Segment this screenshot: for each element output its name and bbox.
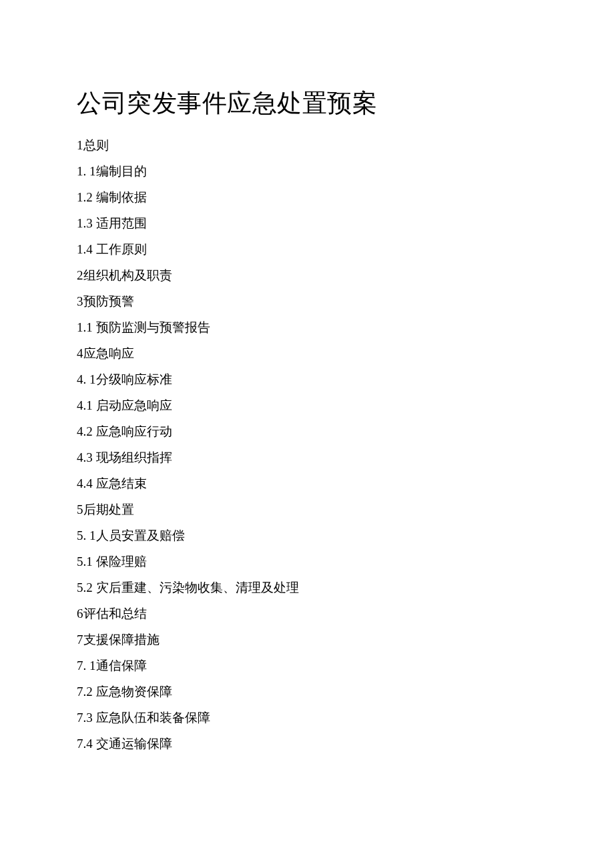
toc-entry: 7.3 应急队伍和装备保障 [77, 705, 537, 731]
toc-entry: 4. 1分级响应标准 [77, 366, 537, 392]
toc-entry: 5.2 灾后重建、污染物收集、清理及处理 [77, 574, 537, 600]
toc-entry: 6评估和总结 [77, 600, 537, 626]
toc-entry: 7.2 应急物资保障 [77, 679, 537, 705]
toc-entry: 4.4 应急结束 [77, 470, 537, 496]
toc-entry: 1.2 编制依据 [77, 184, 537, 210]
toc-entry: 1.3 适用范围 [77, 210, 537, 236]
toc-entry: 7. 1通信保障 [77, 653, 537, 679]
toc-entry: 4应急响应 [77, 340, 537, 366]
toc-entry: 4.1 启动应急响应 [77, 392, 537, 418]
toc-entry: 5. 1人员安置及赔偿 [77, 522, 537, 548]
toc-entry: 2组织机构及职责 [77, 262, 537, 288]
toc-entry: 7.4 交通运输保障 [77, 731, 537, 757]
toc-entry: 7支援保障措施 [77, 626, 537, 653]
toc-entry: 5后期处置 [77, 496, 537, 522]
toc-entry: 5.1 保险理赔 [77, 548, 537, 574]
toc-entry: 4.2 应急响应行动 [77, 418, 537, 444]
toc-entry: 1总则 [77, 132, 537, 158]
document-title: 公司突发事件应急处置预案 [77, 87, 537, 120]
table-of-contents: 1总则 1. 1编制目的 1.2 编制依据 1.3 适用范围 1.4 工作原则 … [77, 132, 537, 757]
toc-entry: 1.1 预防监测与预警报告 [77, 314, 537, 340]
toc-entry: 1.4 工作原则 [77, 236, 537, 262]
toc-entry: 4.3 现场组织指挥 [77, 444, 537, 470]
toc-entry: 3预防预警 [77, 288, 537, 314]
toc-entry: 1. 1编制目的 [77, 158, 537, 184]
